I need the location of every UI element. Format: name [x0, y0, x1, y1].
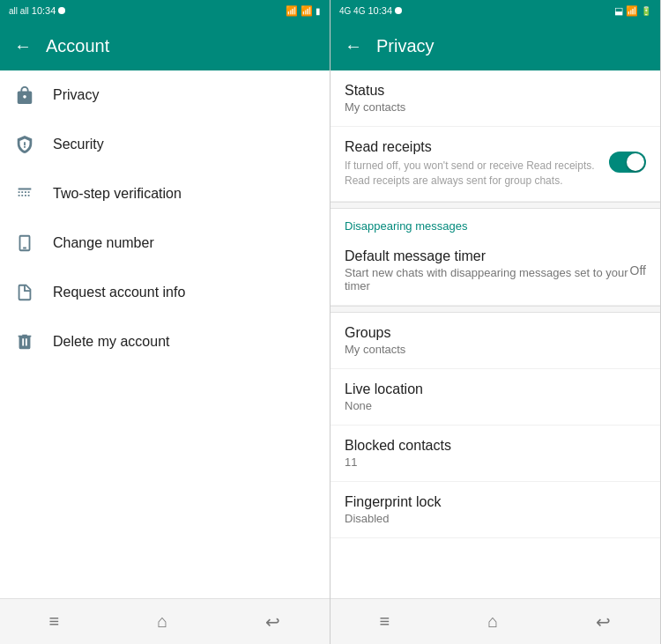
- bottom-nav-left: ≡ ⌂ ↩: [0, 598, 330, 644]
- back-button-left[interactable]: ←: [14, 36, 32, 56]
- menu-item-change-number[interactable]: Change number: [0, 218, 330, 268]
- privacy-label: Privacy: [53, 87, 99, 103]
- hamburger-nav-left[interactable]: ≡: [49, 611, 60, 632]
- default-timer-value: Off: [630, 263, 646, 278]
- menu-item-request-info[interactable]: Request account info: [0, 268, 330, 317]
- dot-icon: [58, 7, 65, 14]
- menu-item-security[interactable]: Security: [0, 120, 330, 169]
- account-menu-list: Privacy Security Two-step verification: [0, 70, 330, 598]
- read-receipts-desc: If turned off, you won't send or receive…: [345, 159, 598, 189]
- back-nav-left[interactable]: ↩: [265, 611, 280, 633]
- divider-disappearing: [330, 202, 660, 209]
- account-header: ← Account: [0, 21, 330, 70]
- wifi-icon: 📶: [301, 5, 313, 17]
- shield-icon: [14, 134, 35, 155]
- privacy-header: ← Privacy: [330, 21, 660, 70]
- account-panel: all all 10:34 📶 📶 ▮ ← Account Privacy: [0, 0, 330, 644]
- fingerprint-subtitle: Disabled: [345, 512, 646, 525]
- menu-item-delete-account[interactable]: Delete my account: [0, 317, 330, 366]
- change-number-label: Change number: [53, 235, 154, 251]
- account-title: Account: [46, 36, 109, 56]
- hamburger-nav-right[interactable]: ≡: [380, 611, 390, 632]
- status-right: 📶 📶 ▮: [286, 5, 321, 17]
- privacy-item-groups[interactable]: Groups My contacts: [330, 313, 660, 369]
- menu-item-two-step[interactable]: Two-step verification: [0, 169, 330, 218]
- time-left: 10:34: [32, 5, 56, 16]
- trash-icon: [14, 331, 35, 352]
- back-button-right[interactable]: ←: [345, 36, 362, 56]
- two-step-label: Two-step verification: [53, 186, 182, 202]
- back-nav-right[interactable]: ↩: [596, 611, 611, 633]
- phone-icon: [14, 233, 35, 254]
- bt-icon-right: ⬓: [614, 5, 623, 17]
- status-left-right: 4G 4G 10:34: [339, 5, 402, 16]
- dot-right: [395, 7, 402, 14]
- privacy-content: Status My contacts Read receipts If turn…: [330, 70, 660, 598]
- signal-icons: all all: [9, 6, 29, 16]
- read-receipts-toggle[interactable]: [609, 152, 646, 176]
- status-bar-right: 4G 4G 10:34 ⬓ 📶 🔋: [330, 0, 660, 21]
- disappearing-section-label: Disappearing messages: [330, 209, 660, 236]
- bottom-nav-right: ≡ ⌂ ↩: [330, 598, 660, 644]
- blocked-contacts-title: Blocked contacts: [345, 438, 646, 454]
- time-right: 10:34: [368, 5, 392, 16]
- read-receipts-title: Read receipts: [345, 139, 598, 155]
- privacy-item-default-timer[interactable]: Default message timer Start new chats wi…: [330, 236, 660, 306]
- live-location-subtitle: None: [345, 399, 646, 412]
- battery-right: 🔋: [641, 6, 651, 16]
- privacy-title: Privacy: [376, 36, 434, 56]
- live-location-title: Live location: [345, 381, 646, 397]
- signal-right: 4G 4G: [339, 6, 365, 16]
- default-timer-subtitle: Start new chats with disappearing messag…: [345, 266, 646, 292]
- divider-groups: [330, 306, 660, 313]
- home-nav-left[interactable]: ⌂: [157, 611, 167, 632]
- fingerprint-title: Fingerprint lock: [345, 494, 646, 510]
- privacy-item-blocked-contacts[interactable]: Blocked contacts 11: [330, 426, 660, 482]
- default-timer-title: Default message timer: [345, 248, 646, 264]
- status-right-right: ⬓ 📶 🔋: [614, 5, 651, 17]
- bluetooth-icon: 📶: [286, 5, 298, 17]
- request-info-label: Request account info: [53, 285, 185, 300]
- toggle-switch[interactable]: [609, 152, 646, 173]
- battery-icon: ▮: [316, 6, 321, 16]
- blocked-contacts-subtitle: 11: [345, 455, 646, 469]
- menu-item-privacy[interactable]: Privacy: [0, 70, 330, 120]
- privacy-item-status[interactable]: Status My contacts: [330, 70, 660, 127]
- status-title: Status: [345, 83, 646, 99]
- lock-icon: [14, 85, 35, 106]
- groups-subtitle: My contacts: [345, 343, 646, 356]
- privacy-item-fingerprint[interactable]: Fingerprint lock Disabled: [330, 482, 660, 538]
- status-left: all all 10:34: [9, 5, 65, 16]
- privacy-item-live-location[interactable]: Live location None: [330, 369, 660, 426]
- wifi-icon-right: 📶: [626, 5, 638, 17]
- home-nav-right[interactable]: ⌂: [487, 611, 498, 632]
- delete-account-label: Delete my account: [53, 334, 170, 350]
- privacy-item-read-receipts[interactable]: Read receipts If turned off, you won't s…: [330, 127, 660, 202]
- status-bar-left: all all 10:34 📶 📶 ▮: [0, 0, 330, 21]
- groups-title: Groups: [345, 325, 646, 341]
- privacy-panel: 4G 4G 10:34 ⬓ 📶 🔋 ← Privacy Status My co…: [330, 0, 661, 644]
- dots-icon: [14, 183, 35, 204]
- document-icon: [14, 282, 35, 303]
- security-label: Security: [53, 137, 104, 152]
- status-subtitle: My contacts: [345, 100, 646, 114]
